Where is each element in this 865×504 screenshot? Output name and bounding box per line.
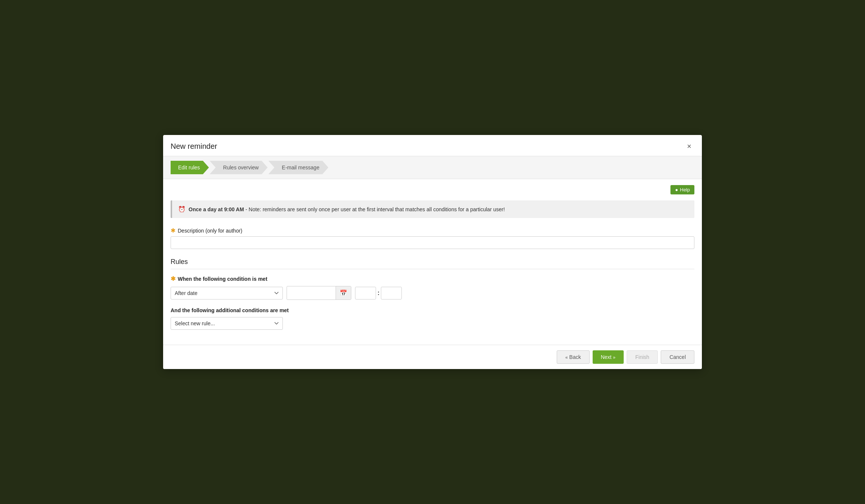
rules-section: Rules ✱ When the following condition is …	[171, 258, 694, 330]
time-minute-input[interactable]: 00	[381, 287, 402, 299]
condition-label: ✱ When the following condition is met	[171, 275, 694, 282]
required-star-description: ✱	[171, 227, 175, 234]
modal-title: New reminder	[171, 142, 217, 151]
description-section: ✱ Description (only for author)	[171, 227, 694, 249]
modal-header: New reminder ×	[163, 135, 702, 156]
info-bold-text: Once a day at 9:00 AM	[189, 206, 244, 212]
time-wrap: 00 : 00	[355, 287, 402, 299]
info-text: - Note: reminders are sent only once per…	[244, 206, 505, 212]
step-email-message[interactable]: E-mail message	[268, 161, 328, 174]
condition-select[interactable]: After date Before date On date	[171, 287, 283, 299]
description-input[interactable]	[171, 236, 694, 249]
modal-body: ● Help ⏰ Once a day at 9:00 AM - Note: r…	[163, 179, 702, 345]
date-input-wrap: 📅	[287, 286, 351, 300]
stepper: Edit rules Rules overview E-mail message	[163, 156, 702, 179]
time-hour-input[interactable]: 00	[355, 287, 376, 299]
next-button[interactable]: Next »	[593, 350, 624, 364]
question-circle-icon: ●	[675, 187, 678, 193]
cancel-button[interactable]: Cancel	[661, 350, 694, 364]
additional-label: And the following additional conditions …	[171, 307, 694, 313]
modal-footer: « Back Next » Finish Cancel	[163, 345, 702, 369]
time-separator: :	[376, 290, 381, 296]
help-row: ● Help	[171, 185, 694, 194]
back-button[interactable]: « Back	[557, 350, 590, 364]
help-button[interactable]: ● Help	[670, 185, 694, 194]
step-rules-overview[interactable]: Rules overview	[210, 161, 268, 174]
rules-title: Rules	[171, 258, 694, 269]
additional-rule-select[interactable]: Select new rule... User is enrolled Cour…	[171, 317, 283, 330]
new-reminder-modal: New reminder × Edit rules Rules overview…	[163, 135, 702, 369]
finish-button[interactable]: Finish	[627, 350, 658, 364]
required-star-condition: ✱	[171, 275, 175, 282]
back-arrow-icon: «	[565, 355, 568, 360]
step-edit-rules[interactable]: Edit rules	[171, 161, 209, 174]
description-label: ✱ Description (only for author)	[171, 227, 694, 234]
clock-icon: ⏰	[178, 206, 186, 213]
next-arrow-icon: »	[613, 355, 615, 360]
calendar-button[interactable]: 📅	[336, 286, 351, 299]
info-box: ⏰ Once a day at 9:00 AM - Note: reminder…	[171, 200, 694, 218]
additional-condition-row: Select new rule... User is enrolled Cour…	[171, 317, 694, 330]
modal-overlay: New reminder × Edit rules Rules overview…	[0, 0, 865, 504]
date-input[interactable]	[287, 287, 336, 299]
condition-row: After date Before date On date 📅 00 : 00	[171, 286, 694, 300]
close-button[interactable]: ×	[684, 141, 694, 151]
